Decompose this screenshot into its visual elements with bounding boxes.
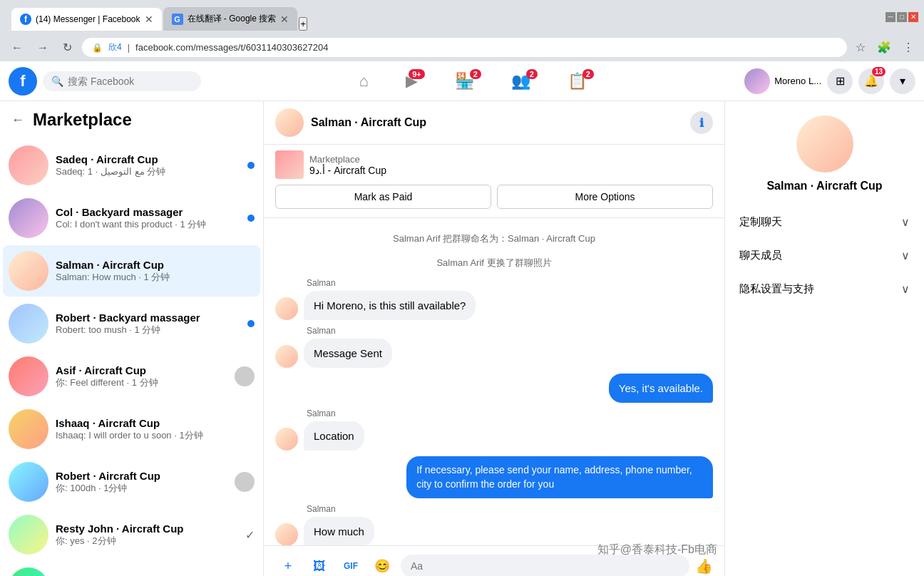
conversation-item-col[interactable]: Col · Backyard massager Col: I don't wan… [3, 192, 260, 244]
conv-preview: 你: yes · 2分钟 [56, 535, 238, 547]
message-sender: Salman [275, 504, 713, 514]
right-profile-name: Salman · Aircraft Cup [766, 180, 882, 192]
listing-actions: Mark as Paid More Options [275, 179, 713, 212]
conversation-item-resty[interactable]: Resty John · Aircraft Cup 你: yes · 2分钟 ✓ [3, 509, 260, 560]
nav-friends[interactable]: 👥 2 [494, 66, 548, 96]
gif-button[interactable]: GIF [338, 553, 364, 576]
read-receipt-avatar [235, 366, 255, 386]
profile-button[interactable]: Moreno L... [744, 68, 821, 94]
grid-button[interactable]: ⊞ [827, 68, 853, 94]
tab-messenger[interactable]: f (14) Messenger | Facebook ✕ [11, 8, 162, 31]
tab-close-translate[interactable]: ✕ [280, 14, 289, 25]
extensions-button[interactable]: 🧩 [874, 38, 894, 57]
conversation-item-sadeq[interactable]: Sadeq · Aircraft Cup Sadeq: مع التوصيل ·… [3, 140, 260, 191]
right-panel-profile: Salman · Aircraft Cup [725, 101, 924, 200]
conv-preview: 你: 100dh · 1分钟 [56, 482, 227, 495]
conv-info: Asif · Aircraft Cup 你: Feel different · … [56, 364, 227, 389]
search-input[interactable] [68, 76, 192, 87]
system-message: Salman Arif 把群聊命名为：Salman · Aircraft Cup [275, 230, 713, 248]
mark-paid-button[interactable]: Mark as Paid [275, 185, 491, 209]
forward-button[interactable]: → [33, 38, 53, 57]
system-message: Salman Arif 更换了群聊照片 [275, 254, 713, 272]
conversation-item-asif[interactable]: Asif · Aircraft Cup 你: Feel different · … [3, 351, 260, 402]
friends-badge: 2 [526, 69, 538, 79]
read-receipt-avatar [235, 472, 255, 492]
right-section-privacy[interactable]: 隐私设置与支持 ∨ [731, 272, 918, 306]
right-section-custom-chat[interactable]: 定制聊天 ∨ [731, 205, 918, 239]
conv-name: Resty John · Aircraft Cup [56, 523, 238, 535]
right-panel-sections: 定制聊天 ∨ 聊天成员 ∨ 隐私设置与支持 ∨ [725, 200, 924, 312]
tab-translate[interactable]: G 在线翻译 - Google 搜索 ✕ [163, 7, 298, 31]
address-bar[interactable]: 🔒 欣4 | facebook.com/messages/t/603114030… [82, 38, 847, 57]
listing-thumbnail [275, 150, 304, 179]
refresh-button[interactable]: ↻ [58, 38, 76, 57]
right-section-chat-members[interactable]: 聊天成员 ∨ [731, 239, 918, 272]
nav-pages[interactable]: 📋 2 [550, 66, 604, 96]
tab-title-translate: 在线翻译 - Google 搜索 [188, 13, 277, 25]
marketplace-listing-bar: Marketplace 9أ.د - Aircraft Cup Mark as … [264, 145, 724, 218]
conv-info: Ishaaq · Aircraft Cup Ishaaq: I will ord… [56, 417, 247, 442]
message-avatar [275, 297, 298, 320]
tab-favicon-google: G [172, 14, 183, 25]
notifications-button[interactable]: 🔔 13 [858, 68, 884, 94]
window-close-button[interactable]: ✕ [908, 12, 918, 22]
chat-info-button[interactable]: ℹ [690, 111, 713, 134]
nav-marketplace[interactable]: 🏪 2 [438, 66, 491, 96]
notifications-badge: 13 [872, 67, 885, 76]
tab-close-messenger[interactable]: ✕ [145, 14, 153, 25]
conv-right [247, 320, 255, 327]
message-group: Salman How much [275, 504, 713, 545]
delivered-check: ✓ [245, 528, 255, 542]
conversation-item-robert-backyard[interactable]: Robert · Backyard massager Robert: too m… [3, 298, 260, 349]
tab-title-messenger: (14) Messenger | Facebook [36, 14, 140, 24]
unread-indicator [247, 162, 255, 169]
address-separator: | [128, 42, 130, 53]
search-bar[interactable]: 🔍 [43, 71, 201, 91]
more-options-button[interactable]: More Options [497, 185, 713, 209]
dropdown-button[interactable]: ▾ [890, 68, 915, 94]
like-send-button[interactable]: 👍 [695, 557, 713, 575]
conversation-item-awais[interactable]: Awais · Male Delay Exerciser [3, 562, 260, 576]
image-button[interactable]: 🖼 [307, 553, 332, 576]
conversation-item-robert-aircraft[interactable]: Robert · Aircraft Cup 你: 100dh · 1分钟 [3, 456, 260, 508]
chevron-down-icon: ∨ [901, 282, 910, 296]
window-minimize-button[interactable]: ─ [885, 12, 895, 22]
conversation-item-ishaaq[interactable]: Ishaaq · Aircraft Cup Ishaaq: I will ord… [3, 403, 260, 455]
url-text: facebook.com/messages/t/6031140303627204 [135, 42, 837, 53]
sticker-button[interactable]: 😊 [369, 553, 395, 576]
right-profile-avatar [796, 115, 853, 173]
search-icon: 🔍 [51, 76, 63, 87]
add-button[interactable]: + [275, 553, 301, 576]
message-group: Salman Hi Moreno, is this still availabl… [275, 278, 713, 320]
message-group: Salman Message Sent [275, 326, 713, 368]
message-bubble: How much [304, 517, 374, 545]
chat-header: Salman · Aircraft Cup ℹ [264, 101, 724, 145]
message-sender: Salman [275, 326, 713, 336]
message-input[interactable] [401, 555, 689, 576]
message-row: How much [275, 517, 713, 545]
main-navigation: ⌂ ▶ 9+ 🏪 2 👥 2 📋 2 [342, 66, 603, 96]
grid-icon: ⊞ [836, 74, 845, 88]
chat-avatar [275, 108, 304, 137]
nav-home[interactable]: ⌂ [342, 66, 385, 96]
conv-right [235, 472, 255, 492]
window-maximize-button[interactable]: □ [897, 12, 907, 22]
avatar [9, 145, 48, 185]
conv-preview: Sadeq: مع التوصيل · 1 分钟 [56, 165, 240, 178]
chat-header-info: Salman · Aircraft Cup [311, 116, 683, 129]
nav-video[interactable]: ▶ 9+ [389, 66, 435, 96]
conversation-item-salman[interactable]: Salman · Aircraft Cup Salman: How much ·… [3, 245, 260, 297]
unread-indicator [247, 215, 255, 222]
conv-info: Salman · Aircraft Cup Salman: How much ·… [56, 259, 247, 284]
new-tab-button[interactable]: + [299, 17, 307, 31]
right-panel: Salman · Aircraft Cup 定制聊天 ∨ 聊天成员 ∨ 隐私设置… [724, 101, 924, 576]
sidebar-back-button[interactable]: ← [11, 113, 24, 128]
bookmark-button[interactable]: ☆ [853, 38, 868, 57]
conv-info: Col · Backyard massager Col: I don't wan… [56, 206, 240, 231]
chevron-down-icon: ∨ [901, 249, 910, 262]
browser-menu-button[interactable]: ⋮ [900, 38, 917, 57]
message-row: Location [275, 421, 713, 451]
video-badge: 9+ [409, 69, 425, 79]
unread-indicator [247, 320, 255, 327]
back-button[interactable]: ← [7, 38, 27, 57]
